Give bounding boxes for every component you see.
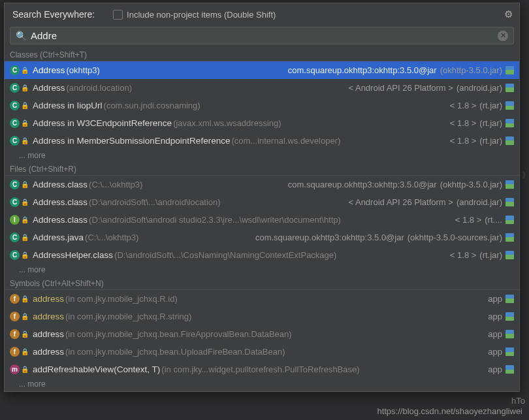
result-location: < 1.8 >(rt.jar) xyxy=(450,136,514,146)
result-name: address xyxy=(33,294,64,304)
lock-icon: 🔒 xyxy=(21,234,29,241)
result-location: < 1.8 >(rt.jar) xyxy=(450,101,514,110)
list-item[interactable]: m🔒addRefreshableView(Context, T) (in com… xyxy=(5,361,519,378)
field-icon: f xyxy=(10,294,20,304)
source-root-icon xyxy=(505,312,514,321)
section-classes-header: Classes (Ctrl+Shift+T) xyxy=(5,48,519,61)
result-name: addRefreshableView(Context, T) xyxy=(33,364,160,374)
source-root-icon xyxy=(505,198,514,206)
result-name: Address.class xyxy=(33,197,88,207)
result-context: (javax.xml.ws.wsaddressing) xyxy=(173,118,281,128)
method-icon: m xyxy=(10,364,20,374)
list-item[interactable]: f🔒address (in com.jky.mobile_jchxq.R.str… xyxy=(5,308,519,325)
result-location: < 1.8 >(rt.jar) xyxy=(450,118,514,128)
class-icon: C xyxy=(10,101,20,110)
source-root-icon xyxy=(505,66,514,74)
result-name: Address.class xyxy=(33,215,88,225)
result-location: app xyxy=(488,347,514,357)
result-location: app xyxy=(488,294,514,304)
result-context: (android.location) xyxy=(67,83,132,93)
code-hint-3: hTo xyxy=(511,396,525,406)
source-root-icon xyxy=(505,84,514,92)
result-name: address xyxy=(33,347,64,357)
lock-icon: 🔒 xyxy=(21,251,29,259)
class-icon: C xyxy=(10,83,20,93)
result-context: (C:\...\okhttp3) xyxy=(89,180,142,189)
result-location: com.squareup.okhttp3:okhttp:3.5.0@jar(ok… xyxy=(255,233,514,242)
lock-icon: 🔒 xyxy=(21,366,29,373)
list-item[interactable]: C🔒Address in W3CEndpointReference (javax… xyxy=(5,114,519,132)
list-item[interactable]: C🔒Address.class (D:\androidSoft\...\andr… xyxy=(5,193,519,211)
source-root-icon xyxy=(505,216,514,224)
lock-icon: 🔒 xyxy=(21,67,29,74)
watermark: https://blog.csdn.net/shaoyezhangliwei xyxy=(377,406,522,416)
result-name: address xyxy=(33,329,64,339)
list-item[interactable]: C🔒Address.class (C:\...\okhttp3)com.squa… xyxy=(5,176,519,193)
result-context: (D:\androidSoft\...\CosNaming\NamingCont… xyxy=(114,250,336,260)
source-root-icon xyxy=(505,119,514,127)
list-item[interactable]: f🔒address (in com.jky.mobile_jchxq.bean.… xyxy=(5,343,519,361)
result-name: Address in IiopUrl xyxy=(33,101,103,110)
list-item[interactable]: f🔒address (in com.jky.mobile_jchxq.bean.… xyxy=(5,325,519,343)
list-item[interactable]: C🔒Address (android.location)< Android AP… xyxy=(5,79,519,97)
source-root-icon xyxy=(505,295,514,303)
lock-icon: 🔒 xyxy=(21,348,29,355)
field-icon: f xyxy=(10,347,20,357)
list-item[interactable]: f🔒address (in com.jky.mobile_jchxq.R.id)… xyxy=(5,290,519,308)
result-name: Address xyxy=(33,65,65,75)
symbols-more[interactable]: ... more xyxy=(5,378,519,391)
class-icon: C xyxy=(10,136,20,146)
result-name: address xyxy=(33,312,64,321)
result-context: (in com.jky...widget.pulltorefresh.PullT… xyxy=(161,364,359,374)
result-name: Address xyxy=(33,83,65,93)
result-location: com.squareup.okhttp3:okhttp:3.5.0@jar(ok… xyxy=(288,65,514,75)
class-icon: C xyxy=(10,250,20,260)
class-icon: C xyxy=(10,180,20,189)
interface-icon: I xyxy=(10,215,20,225)
field-icon: f xyxy=(10,329,20,339)
lock-icon: 🔒 xyxy=(21,102,29,109)
class-icon: C xyxy=(10,233,20,242)
files-more[interactable]: ... more xyxy=(5,264,519,277)
list-item[interactable]: C🔒Address (okhttp3)com.squareup.okhttp3:… xyxy=(5,61,519,79)
lock-icon: 🔒 xyxy=(21,331,29,338)
search-everywhere-popup: Search Everywhere: Include non-project i… xyxy=(4,3,520,392)
result-context: (D:\androidSoft\androdi studio2.3.3\jre.… xyxy=(89,215,341,225)
class-icon: C xyxy=(10,118,20,128)
search-field-row: 🔍 ✕ xyxy=(10,27,514,44)
class-icon: C xyxy=(10,65,20,75)
list-item[interactable]: C🔒Address in MemberSubmissionEndpointRef… xyxy=(5,132,519,150)
result-context: (in com.jky.mobile_jchxq.bean.UploadFire… xyxy=(65,347,285,357)
classes-more[interactable]: ... more xyxy=(5,150,519,163)
result-context: (in com.jky.mobile_jchxq.bean.FireApprov… xyxy=(65,329,292,339)
lock-icon: 🔒 xyxy=(21,181,29,188)
list-item[interactable]: I🔒Address.class (D:\androidSoft\androdi … xyxy=(5,211,519,229)
lock-icon: 🔒 xyxy=(21,216,29,223)
list-item[interactable]: C🔒AddressHelper.class (D:\androidSoft\..… xyxy=(5,246,519,264)
popup-header: Search Everywhere: Include non-project i… xyxy=(5,3,519,25)
class-icon: C xyxy=(10,197,20,207)
result-context: (in com.jky.mobile_jchxq.R.id) xyxy=(65,294,178,304)
result-location: < 1.8 >(rt.... xyxy=(455,215,514,225)
result-name: Address in MemberSubmissionEndpointRefer… xyxy=(33,136,230,146)
include-nonproject-checkbox[interactable] xyxy=(113,10,123,20)
source-root-icon xyxy=(505,180,514,189)
gear-icon[interactable]: ⚙ xyxy=(504,8,513,20)
clear-icon[interactable]: ✕ xyxy=(498,31,508,41)
section-symbols-header: Symbols (Ctrl+Alt+Shift+N) xyxy=(5,277,519,290)
result-location: app xyxy=(488,364,514,374)
list-item[interactable]: C🔒Address in IiopUrl (com.sun.jndi.cosna… xyxy=(5,97,519,114)
source-root-icon xyxy=(505,101,514,110)
search-input[interactable] xyxy=(31,30,498,41)
source-root-icon xyxy=(505,251,514,259)
popup-title: Search Everywhere: xyxy=(12,9,95,20)
result-location: < 1.8 >(rt.jar) xyxy=(450,250,514,260)
result-name: AddressHelper.class xyxy=(33,250,113,260)
list-item[interactable]: C🔒Address.java (C:\...\okhttp3)com.squar… xyxy=(5,229,519,246)
search-icon: 🔍 xyxy=(16,31,27,41)
source-root-icon xyxy=(505,330,514,338)
result-location: < Android API 26 Platform >(android.jar) xyxy=(348,197,514,207)
source-root-icon xyxy=(505,137,514,145)
include-nonproject-label: Include non-project items (Double Shift) xyxy=(127,10,276,20)
source-root-icon xyxy=(505,233,514,242)
